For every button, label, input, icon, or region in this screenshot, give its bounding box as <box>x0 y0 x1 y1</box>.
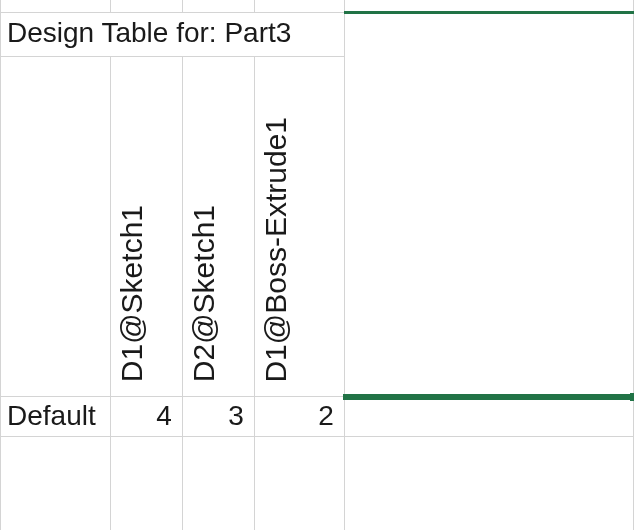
empty-cell-c[interactable] <box>182 436 254 530</box>
row-label: Default <box>7 400 96 431</box>
cell-top-e[interactable] <box>344 0 633 12</box>
value-cell-c[interactable]: 3 <box>182 396 254 436</box>
cell-top-c[interactable] <box>182 0 254 12</box>
value-c: 3 <box>228 400 244 431</box>
value-cell-e[interactable] <box>344 396 633 436</box>
header-c-label: D2@Sketch1 <box>183 199 254 388</box>
title-row: Design Table for: Part3 <box>1 12 634 56</box>
row-label-cell[interactable]: Default <box>1 396 111 436</box>
header-cell-c[interactable]: D2@Sketch1 <box>182 56 254 396</box>
spreadsheet-top-row <box>1 0 634 12</box>
selected-cell[interactable] <box>344 12 633 396</box>
table-row: Default 4 3 2 <box>1 396 634 436</box>
empty-cell-d[interactable] <box>254 436 344 530</box>
cell-top-b[interactable] <box>110 0 182 12</box>
empty-cell-e[interactable] <box>344 436 633 530</box>
cell-top-d[interactable] <box>254 0 344 12</box>
header-cell-blank[interactable] <box>1 56 111 396</box>
header-cell-d[interactable]: D1@Boss-Extrude1 <box>254 56 344 396</box>
empty-cell-b[interactable] <box>110 436 182 530</box>
title-text: Design Table for: Part3 <box>7 17 291 48</box>
cell-top-a[interactable] <box>1 0 111 12</box>
value-cell-b[interactable]: 4 <box>110 396 182 436</box>
header-b-label: D1@Sketch1 <box>111 199 182 388</box>
header-d-label: D1@Boss-Extrude1 <box>255 111 344 389</box>
value-cell-d[interactable]: 2 <box>254 396 344 436</box>
design-table[interactable]: Design Table for: Part3 D1@Sketch1 D2@Sk… <box>0 0 634 530</box>
empty-row <box>1 436 634 530</box>
value-d: 2 <box>318 400 334 431</box>
title-cell[interactable]: Design Table for: Part3 <box>1 12 345 56</box>
fill-handle[interactable] <box>630 393 634 401</box>
header-cell-b[interactable]: D1@Sketch1 <box>110 56 182 396</box>
empty-cell-a[interactable] <box>1 436 111 530</box>
value-b: 4 <box>156 400 172 431</box>
